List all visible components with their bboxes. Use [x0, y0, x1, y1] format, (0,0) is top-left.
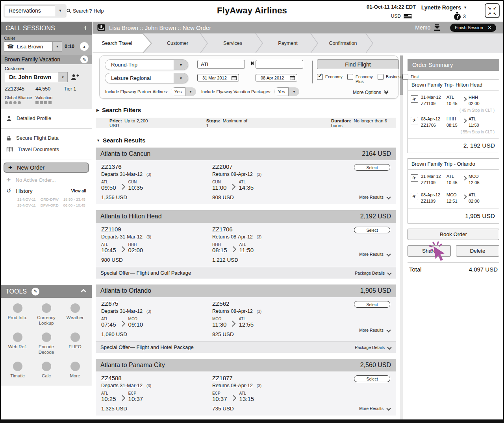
tab-search-travel-label[interactable]: Search Travel [93, 33, 152, 53]
search-link[interactable]: Search [67, 8, 89, 14]
chevron-down-icon[interactable]: ▼ [185, 90, 196, 94]
edit-trip-button[interactable]: ✎ [80, 55, 88, 63]
reservations-dropdown-value[interactable]: Reservations [5, 5, 55, 16]
select-button[interactable]: Select [354, 301, 390, 308]
book-order-button[interactable]: Book Order [408, 229, 499, 240]
economy-checkbox[interactable]: ✓ [317, 74, 323, 80]
chevron-down-icon[interactable]: ▼ [58, 72, 68, 82]
view-all-link[interactable]: View all [71, 188, 86, 193]
chevron-down-icon [386, 328, 391, 332]
calendar-icon[interactable] [232, 76, 237, 80]
history-time: 06:00 - 10:45 [63, 203, 85, 207]
sidebar-item-detailed-profile[interactable]: Detailed Profile [1, 109, 92, 127]
package-details-button[interactable]: Package Details [355, 345, 391, 350]
fare-type-select[interactable]: Leisure Regional ▼ [105, 73, 188, 83]
customer-section: Customer Dr. John Brown ▼ ZZ12345 44,550… [1, 64, 92, 109]
origin-code: MCO [447, 192, 457, 197]
find-flight-button[interactable]: Find Flight [317, 59, 399, 69]
collapse-window-button[interactable]: ↘ ↙ ↗ ↖ [485, 3, 500, 18]
more-results-button[interactable]: More Results [359, 252, 390, 257]
trip-type-select[interactable]: Round-Trip ▼ [105, 59, 188, 70]
partner-airlines-select[interactable]: Yes ▼ [171, 87, 196, 96]
tool-web-ref[interactable]: Web Ref. [3, 332, 32, 355]
stopwatch-indicator[interactable]: 3 [454, 12, 466, 20]
tool-label: Prod Info. [5, 315, 30, 320]
more-results-button[interactable]: More Results [359, 406, 390, 411]
trip-name: Brown Family Trip- Hilton Head [408, 79, 499, 91]
origin-code: ATL [101, 242, 116, 247]
tool-calc[interactable]: Calc [32, 362, 61, 379]
economy-plus-checkbox[interactable] [347, 74, 353, 80]
arrive-time: 02:00 [469, 101, 480, 106]
select-button[interactable]: Select [354, 375, 390, 382]
more-results-button[interactable]: More Results [359, 328, 390, 332]
arrive-time: 09:10 [128, 321, 143, 328]
flight-price: 1,325 USD [101, 406, 151, 412]
sidebar-item-secure-flight[interactable]: Secure Flight Data [1, 130, 92, 144]
sidebar-item-history[interactable]: ↺ History View all [1, 185, 92, 196]
user-menu[interactable]: Lynette Rogers ▼ [421, 4, 467, 11]
customer-name[interactable]: Dr. John Brown [5, 72, 58, 82]
destination-input[interactable] [256, 60, 303, 69]
chevron-down-icon[interactable]: ▼ [55, 5, 65, 16]
delete-button[interactable]: Delete [456, 245, 499, 257]
chevron-down-icon[interactable]: ▼ [174, 60, 188, 70]
tool-timatic[interactable]: Timatic [3, 362, 32, 379]
select-button[interactable]: Select [354, 164, 390, 171]
reservations-dropdown[interactable]: Reservations ▼ [4, 4, 66, 17]
tab-customer[interactable]: Customer [150, 33, 205, 53]
history-date: 21-NOV-11 [17, 197, 36, 201]
tool-more[interactable]: More [61, 362, 89, 379]
finish-session-label: Finish Session [455, 25, 483, 30]
memo-button[interactable]: Memo [415, 24, 441, 31]
caller-select[interactable]: ☎ Lisa Brown ▼ [4, 41, 62, 52]
chevron-down-icon[interactable]: ▼ [174, 73, 188, 83]
tool-currency-lookup[interactable]: Currency Lookup [32, 303, 61, 326]
business-checkbox[interactable] [378, 74, 384, 80]
currency-indicator[interactable]: USD [391, 13, 412, 19]
calendar-icon[interactable] [290, 76, 295, 80]
origin-input[interactable] [197, 60, 245, 69]
destination-code: ATL [239, 180, 254, 184]
tab-payment[interactable]: Payment [260, 33, 315, 53]
tab-services[interactable]: Services [205, 33, 260, 53]
sidebar-item-travel-documents[interactable]: Travel Documents [1, 144, 92, 155]
tool-prod-info[interactable]: Prod Info. [3, 303, 32, 326]
tool-encode-decode[interactable]: Encode Decode [32, 332, 61, 355]
add-person-icon[interactable] [71, 74, 80, 80]
more-results-button[interactable]: More Results [359, 195, 390, 199]
tool-flifo[interactable]: FLIFO [61, 332, 89, 355]
help-link[interactable]: ? Help [89, 8, 104, 14]
sidebar-item-new-order[interactable]: + New Order [4, 163, 89, 173]
finish-session-button[interactable]: Finish Session ✕ [450, 24, 496, 32]
more-options-button[interactable]: More Options [353, 90, 388, 95]
chevron-down-icon[interactable]: ▼ [289, 90, 299, 94]
depart-date-field[interactable]: 31 Mar 2012 [197, 74, 239, 81]
order-trip-orlando: Brown Family Trip - Orlando ✈ 31-Mar-12Z… [408, 158, 499, 224]
edit-tools-button[interactable]: ✎ [32, 288, 39, 296]
results-scrollbar[interactable] [400, 55, 403, 419]
history-row[interactable]: 21-NOV-11 ORD-DFW 18:50 - 23:45 [1, 196, 92, 202]
vacation-packages-select[interactable]: Yes ▼ [274, 87, 299, 96]
collapse-tools-icon[interactable] [81, 288, 86, 294]
destination-code: CUN [128, 180, 143, 184]
tool-weather[interactable]: Weather [61, 303, 89, 326]
cabin-label: Economy Plus [356, 74, 375, 84]
search-filters-heading[interactable]: ▶ Search Filters [96, 107, 141, 113]
collapse-caller-button[interactable]: ▲ [80, 42, 89, 51]
chevron-down-icon[interactable]: ▼ [53, 41, 62, 52]
package-details-button[interactable]: Package Details [355, 271, 391, 275]
history-row[interactable]: 25-NOV-11 DFW-ORD 06:00 - 10:45 [1, 202, 92, 208]
arrow-inward-icon: ↖ [493, 11, 497, 16]
return-date-field[interactable]: 08 Apr 2012 [256, 74, 297, 81]
plane-takeoff-icon: ✈ [411, 95, 418, 103]
select-button[interactable]: Select [354, 227, 390, 233]
customer-select[interactable]: Dr. John Brown ▼ [5, 72, 68, 82]
search-results-heading[interactable]: ▼ Search Results [96, 137, 145, 144]
pax-count: (3) [146, 235, 151, 239]
swap-airports-icon[interactable] [250, 61, 255, 65]
pencil-icon: ✎ [82, 57, 86, 62]
tab-confirmation[interactable]: Confirmation [315, 33, 371, 53]
share-button[interactable]: Share [408, 245, 451, 257]
order-trip-hilton-head: Brown Family Trip- Hilton Head ✈ 31-Mar-… [408, 79, 499, 153]
